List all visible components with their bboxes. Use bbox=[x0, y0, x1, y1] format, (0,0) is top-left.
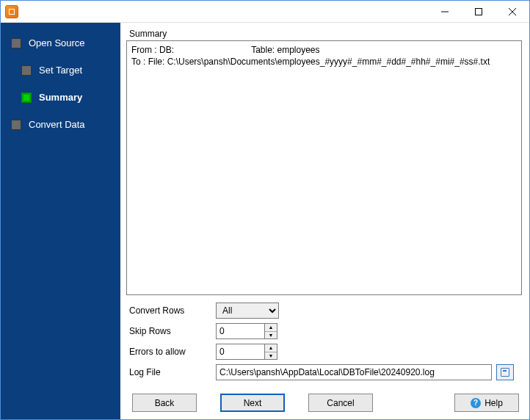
minimize-button[interactable] bbox=[428, 1, 462, 22]
row-skip-rows: Skip Rows ▲ ▼ bbox=[126, 323, 522, 339]
window-controls bbox=[428, 1, 529, 22]
spin-down-icon[interactable]: ▼ bbox=[265, 331, 277, 339]
sidebar-item-label: Open Source bbox=[29, 37, 85, 48]
wizard-sidebar: Open Source Set Target Summary Convert D… bbox=[1, 23, 120, 419]
panel-title: Summary bbox=[126, 29, 522, 40]
row-log-file: Log File bbox=[126, 364, 522, 380]
label-convert-rows: Convert Rows bbox=[126, 305, 216, 316]
app-window: Open Source Set Target Summary Convert D… bbox=[0, 0, 530, 420]
browse-log-file-button[interactable] bbox=[496, 364, 514, 380]
body: Open Source Set Target Summary Convert D… bbox=[1, 23, 529, 419]
sidebar-item-convert-data[interactable]: Convert Data bbox=[1, 115, 120, 134]
browse-icon bbox=[501, 368, 509, 377]
input-skip-rows[interactable] bbox=[216, 323, 264, 339]
cancel-button[interactable]: Cancel bbox=[308, 394, 373, 412]
select-convert-rows[interactable]: All bbox=[216, 303, 279, 319]
summary-from-db: From : DB: bbox=[131, 44, 249, 56]
summary-textarea[interactable]: From : DB: Table: employees To : File: C… bbox=[126, 40, 522, 295]
spin-up-icon[interactable]: ▲ bbox=[265, 344, 277, 352]
spinner-skip-rows: ▲ ▼ bbox=[264, 323, 277, 339]
maximize-icon bbox=[475, 8, 482, 15]
minimize-icon bbox=[441, 8, 449, 15]
spinner-errors-to-allow: ▲ ▼ bbox=[264, 344, 277, 360]
svg-rect-1 bbox=[476, 8, 482, 15]
nav-box-icon bbox=[11, 38, 21, 48]
summary-line-to: To : File: C:\Users\pansh\Documents\empl… bbox=[131, 56, 517, 68]
sidebar-item-open-source[interactable]: Open Source bbox=[1, 33, 120, 53]
close-icon bbox=[509, 8, 516, 15]
help-icon: ? bbox=[471, 398, 481, 408]
back-button[interactable]: Back bbox=[132, 394, 197, 412]
titlebar bbox=[1, 1, 529, 23]
input-log-file[interactable] bbox=[216, 364, 492, 380]
sidebar-item-summary[interactable]: Summary bbox=[1, 87, 120, 107]
options-section: Convert Rows All Skip Rows ▲ ▼ bbox=[126, 303, 522, 385]
nav-box-icon bbox=[21, 65, 32, 76]
row-convert-rows: Convert Rows All bbox=[126, 303, 522, 319]
nav-box-icon bbox=[11, 120, 21, 130]
next-button[interactable]: Next bbox=[220, 394, 285, 412]
button-label: Back bbox=[155, 398, 175, 408]
summary-line-from: From : DB: Table: employees bbox=[131, 44, 517, 56]
button-label: Next bbox=[244, 398, 262, 408]
wizard-button-row: Back Next Cancel ? Help bbox=[129, 385, 522, 412]
main-panel: Summary From : DB: Table: employees To :… bbox=[120, 23, 529, 419]
button-label: Cancel bbox=[327, 398, 354, 408]
spin-up-icon[interactable]: ▲ bbox=[265, 324, 277, 331]
sidebar-item-set-target[interactable]: Set Target bbox=[1, 60, 120, 80]
row-errors-to-allow: Errors to allow ▲ ▼ bbox=[126, 344, 522, 360]
close-button[interactable] bbox=[495, 1, 529, 22]
help-button[interactable]: ? Help bbox=[454, 394, 519, 412]
sidebar-item-label: Set Target bbox=[39, 65, 82, 76]
sidebar-item-label: Summary bbox=[39, 92, 82, 103]
button-label: Help bbox=[484, 398, 503, 408]
input-errors-to-allow[interactable] bbox=[216, 344, 264, 360]
label-skip-rows: Skip Rows bbox=[126, 326, 216, 336]
app-icon bbox=[5, 5, 18, 18]
label-errors-to-allow: Errors to allow bbox=[126, 347, 216, 357]
spin-down-icon[interactable]: ▼ bbox=[265, 352, 277, 360]
maximize-button[interactable] bbox=[462, 1, 495, 22]
summary-table: Table: employees bbox=[251, 45, 319, 55]
label-log-file: Log File bbox=[126, 367, 216, 377]
nav-box-icon bbox=[21, 93, 32, 103]
sidebar-item-label: Convert Data bbox=[29, 119, 85, 130]
